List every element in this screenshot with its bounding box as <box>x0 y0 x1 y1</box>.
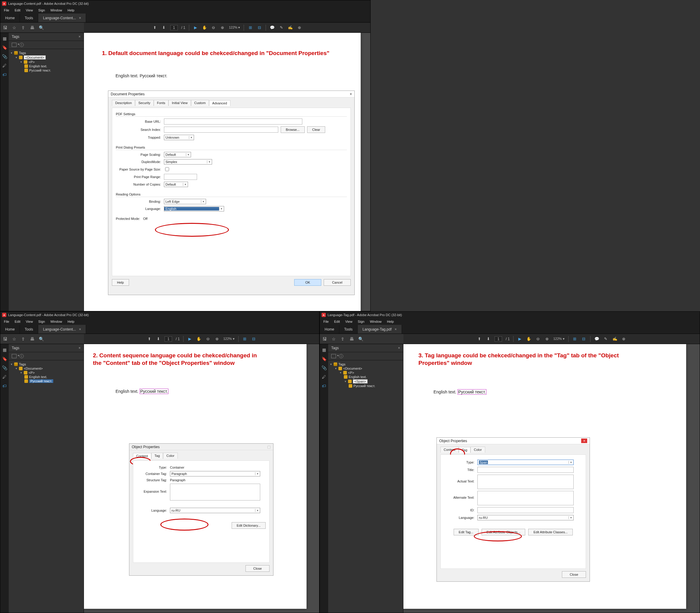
page-down-icon[interactable]: ⬇ <box>485 336 491 342</box>
save-icon[interactable]: 🖫 <box>322 337 327 341</box>
signatures-icon[interactable]: 🖊 <box>321 374 327 380</box>
zoom-level[interactable]: 122% ▾ <box>553 337 564 341</box>
tab-color[interactable]: Color <box>163 453 178 459</box>
panel-options-icon[interactable] <box>12 43 16 47</box>
tree-document[interactable]: <Document> <box>24 55 46 60</box>
tree-root[interactable]: Tags <box>19 363 26 366</box>
hand-tool-icon[interactable]: ✋ <box>196 336 202 342</box>
menu-help[interactable]: Help <box>385 319 397 324</box>
panel-close-icon[interactable]: × <box>398 346 400 350</box>
stamp-icon[interactable]: ⊕ <box>297 25 302 30</box>
select-page-scaling[interactable]: Default▾ <box>164 152 191 157</box>
print-icon[interactable]: 🖶 <box>30 25 35 30</box>
page-number[interactable]: 1 <box>170 25 178 30</box>
zoom-in-icon[interactable]: ⊕ <box>214 336 220 342</box>
sign-icon[interactable]: ✍ <box>288 25 293 30</box>
tags-icon[interactable]: 🏷 <box>2 72 7 77</box>
attachments-icon[interactable]: 📎 <box>2 365 7 370</box>
search-icon[interactable]: 🔍 <box>39 25 43 30</box>
tree-leaf[interactable]: Русский текст. <box>29 68 51 72</box>
tab-tools[interactable]: Tools <box>339 325 358 334</box>
select-language[interactable]: ru-RU▾ <box>477 515 574 520</box>
zoom-in-icon[interactable]: ⊕ <box>544 336 549 342</box>
tree-document[interactable]: <Document> <box>24 367 43 370</box>
select-tool-icon[interactable]: ▶ <box>193 25 198 30</box>
save-icon[interactable]: 🖫 <box>3 337 8 341</box>
dialog-close-icon[interactable]: × <box>581 439 587 443</box>
share-icon[interactable]: ⇪ <box>21 25 26 30</box>
menu-view[interactable]: View <box>24 8 36 13</box>
bookmarks-icon[interactable]: 🔖 <box>321 356 327 362</box>
select-duplex[interactable]: Simplex▾ <box>164 159 212 165</box>
tags-tree[interactable]: ▾Tags ▾<Document> ▾<P> English text. Рус… <box>9 360 83 385</box>
highlight-icon[interactable]: ✎ <box>278 25 284 30</box>
tree-root[interactable]: Tags <box>338 363 345 366</box>
input-actual-text[interactable] <box>477 475 574 489</box>
tab-close-icon[interactable]: × <box>79 327 81 331</box>
panel-close-icon[interactable]: × <box>78 346 81 350</box>
tab-document[interactable]: Language-Tag.pdf× <box>358 325 402 334</box>
reading-order-icon[interactable]: ⊞ <box>572 336 578 342</box>
page-number[interactable]: 1 <box>494 336 502 342</box>
search-icon[interactable]: 🔍 <box>358 337 363 341</box>
edit-attribute-classes-button[interactable]: Edit Attribute Classes... <box>528 529 573 535</box>
browse-button[interactable]: Browse... <box>281 126 305 133</box>
input-page-range[interactable] <box>164 174 197 180</box>
sign-icon[interactable]: ✍ <box>612 336 618 342</box>
star-icon[interactable]: ☆ <box>331 337 336 341</box>
tag-tool-icon[interactable]: ⊟ <box>257 25 262 30</box>
tree-p[interactable]: <P> <box>29 60 35 64</box>
tree-leaf[interactable]: Русский текст. <box>353 384 375 388</box>
menu-window[interactable]: Window <box>48 8 64 13</box>
tree-root[interactable]: Tags <box>19 51 26 55</box>
zoom-out-icon[interactable]: ⊖ <box>205 336 210 342</box>
tab-security[interactable]: Security <box>135 100 154 106</box>
page-up-icon[interactable]: ⬆ <box>477 336 482 342</box>
menu-file[interactable]: File <box>321 319 331 324</box>
menu-help[interactable]: Help <box>65 319 77 324</box>
tag-tool-icon[interactable]: ⊟ <box>581 336 587 342</box>
tab-tools[interactable]: Tools <box>20 325 38 334</box>
tab-close-icon[interactable]: × <box>79 16 81 20</box>
comment-icon[interactable]: 💬 <box>270 25 275 30</box>
tree-leaf[interactable]: English text. <box>29 375 47 379</box>
panel-info-icon[interactable]: i <box>20 43 24 47</box>
menu-edit[interactable]: Edit <box>12 8 23 13</box>
select-tool-icon[interactable]: ▶ <box>187 336 193 342</box>
tag-tool-icon[interactable]: ⊟ <box>251 336 257 342</box>
highlight-icon[interactable]: ✎ <box>603 336 609 342</box>
thumbnails-icon[interactable]: ▦ <box>2 36 7 41</box>
dialog-close-icon[interactable]: × <box>350 92 352 96</box>
menu-file[interactable]: File <box>1 8 12 13</box>
signatures-icon[interactable]: 🖊 <box>2 63 7 68</box>
tab-document[interactable]: Language-Content...× <box>38 325 86 334</box>
zoom-level[interactable]: 122% ▾ <box>223 337 234 341</box>
menu-window[interactable]: Window <box>48 319 64 324</box>
panel-options-icon[interactable] <box>12 354 16 358</box>
reading-order-icon[interactable]: ⊞ <box>248 25 253 30</box>
menu-sign[interactable]: Sign <box>355 319 367 324</box>
tree-leaf-selected[interactable]: Русский текст. <box>29 379 53 383</box>
stamp-icon[interactable]: ⊕ <box>621 336 626 342</box>
menu-sign[interactable]: Sign <box>36 8 47 13</box>
tags-tree[interactable]: ▾Tags ▾<Document> ▾<P> English text. ▾<S… <box>328 360 403 390</box>
zoom-out-icon[interactable]: ⊖ <box>535 336 541 342</box>
panel-close-icon[interactable]: × <box>78 35 81 39</box>
page-number[interactable]: 1 <box>165 336 172 342</box>
menu-edit[interactable]: Edit <box>332 319 342 324</box>
panel-info-icon[interactable]: i <box>339 354 343 358</box>
hand-tool-icon[interactable]: ✋ <box>202 25 207 30</box>
select-type[interactable]: Span▾ <box>477 460 574 465</box>
attachments-icon[interactable]: 📎 <box>321 365 327 370</box>
dialog-close-icon[interactable]: ▢ <box>267 445 271 449</box>
star-icon[interactable]: ☆ <box>12 25 16 30</box>
menu-window[interactable]: Window <box>367 319 384 324</box>
tab-tools[interactable]: Tools <box>20 14 38 22</box>
menu-file[interactable]: File <box>1 319 12 324</box>
share-icon[interactable]: ⇪ <box>21 337 26 341</box>
ok-button[interactable]: OK <box>294 279 321 286</box>
help-button[interactable]: Help <box>112 279 129 286</box>
tree-document[interactable]: <Document> <box>343 367 362 370</box>
select-copies[interactable]: Default▾ <box>164 182 188 187</box>
share-icon[interactable]: ⇪ <box>340 337 345 341</box>
